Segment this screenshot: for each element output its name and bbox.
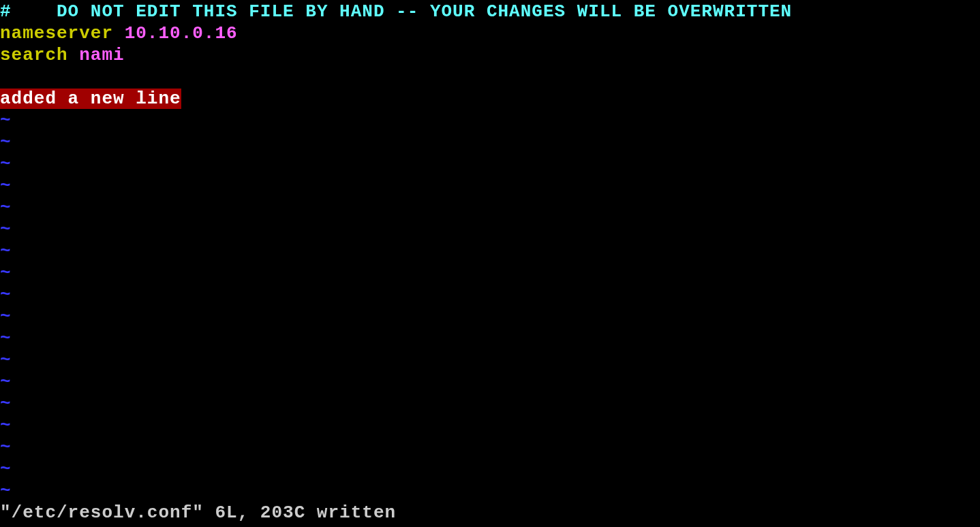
vim-tilde-line: ~ xyxy=(0,415,980,437)
vim-tilde-line: ~ xyxy=(0,437,980,459)
vim-tilde-line: ~ xyxy=(0,154,980,176)
vim-tilde-line: ~ xyxy=(0,241,980,263)
vim-tilde-line: ~ xyxy=(0,350,980,372)
file-line-2: nameserver 10.10.0.16 xyxy=(0,23,980,45)
file-line-3: search nami xyxy=(0,45,980,67)
vim-tilde-line: ~ xyxy=(0,328,980,350)
vim-tilde-line: ~ xyxy=(0,394,980,415)
comment-hash: # xyxy=(0,1,12,22)
vim-status-line: "/etc/resolv.conf" 6L, 203C written xyxy=(0,502,396,524)
nameserver-keyword: nameserver xyxy=(0,23,113,44)
search-keyword: search xyxy=(0,45,68,65)
vim-tilde-line: ~ xyxy=(0,197,980,219)
vim-tilde-line: ~ xyxy=(0,285,980,306)
file-line-5: added a new line xyxy=(0,89,980,110)
file-line-4-empty xyxy=(0,67,980,89)
vim-editor-terminal[interactable]: # DO NOT EDIT THIS FILE BY HAND -- YOUR … xyxy=(0,0,980,527)
error-highlight: added a new line xyxy=(0,89,181,109)
vim-tilde-line: ~ xyxy=(0,459,980,481)
vim-tilde-line: ~ xyxy=(0,306,980,328)
search-value: nami xyxy=(68,45,125,65)
vim-tilde-line: ~ xyxy=(0,176,980,197)
vim-tilde-line: ~ xyxy=(0,132,980,154)
nameserver-value: 10.10.0.16 xyxy=(113,23,238,44)
vim-tilde-line: ~ xyxy=(0,110,980,132)
file-line-1: # DO NOT EDIT THIS FILE BY HAND -- YOUR … xyxy=(0,1,980,23)
vim-tilde-line: ~ xyxy=(0,481,980,502)
comment-text: DO NOT EDIT THIS FILE BY HAND -- YOUR CH… xyxy=(12,1,793,22)
vim-tilde-line: ~ xyxy=(0,219,980,241)
vim-tilde-line: ~ xyxy=(0,372,980,394)
vim-tilde-line: ~ xyxy=(0,263,980,285)
